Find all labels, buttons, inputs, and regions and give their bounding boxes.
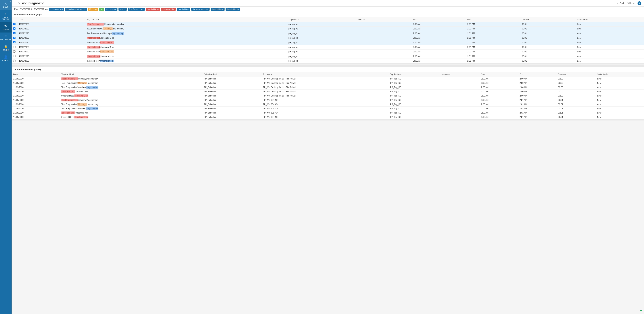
sidebar-item-operations[interactable]: ≡ OPERATIONS [0,32,12,43]
cell-state: Error [596,98,644,102]
table-row[interactable]: 11/09/2020threshold test/threshold 1 kop… [12,45,644,50]
logout-icon: 👤 [4,55,8,59]
filter-tag-3[interactable]: ok [99,8,104,11]
sidebar: ⌂ HOME ↕ SELF SERVICE ✕ 👁 VISION ≡ OPERA… [0,0,12,314]
col-checkbox [12,17,17,22]
filter-tag-0[interactable]: a threshold test [49,8,64,11]
table-row[interactable]: 11/09/2020threshold test/threshold 1 kop… [12,50,644,54]
filter-tag-12[interactable]: threshold u ko [226,8,240,11]
cell-path: threshold test/threshold 1 ko [85,45,287,50]
cell-path: Test Frequencies/Mondays/tag monday [60,85,202,90]
cell-state: Error [596,106,644,111]
filter-tag-1[interactable]: critical equals tolerable [65,8,87,11]
cell-start: 2:00 AM [411,45,466,50]
cell-end: 2:01 AM [466,45,520,50]
heart-icon: ♥ [640,309,642,313]
row-checkbox[interactable] [13,23,16,25]
cell-tag-pattern: PP_Tag_KO [388,111,440,115]
row-checkbox[interactable] [13,46,16,48]
row-checkbox[interactable] [13,41,16,44]
cell-path: Test Frequencies/Mondays/tag monday [60,77,202,81]
cell-date: 11/09/2020 [12,98,60,102]
filter-tag-9[interactable]: threshold tag [177,8,190,11]
cell-path: threshold test/threshold 1 ko [85,50,287,54]
row-checkbox[interactable] [13,28,16,30]
col-sa-job-name: Job Name [261,72,388,77]
col-sa-tag-pattern: Tag Pattern [388,72,440,77]
col-instance: Instance [356,17,411,22]
cell-schedule: PP_Schedule [202,111,261,115]
cell-schedule: PP_Schedule [202,90,261,94]
table-row[interactable]: 11/09/2020threshold test/threshold u kop… [12,59,644,63]
cell-tag-pattern: pp_tag_ko [287,54,356,59]
filter-tag-7[interactable]: threshold 0 ko [146,8,160,11]
close-icon[interactable]: ✕ [10,1,11,2]
row-checkbox[interactable] [13,32,16,34]
row-checkbox[interactable] [13,55,16,57]
cell-state: Error [576,36,644,40]
cell-state: Error [596,81,644,85]
cell-tag-pattern: PP_Tag_KO [388,115,440,119]
sidebar-item-logout[interactable]: 👤 LOGOUT [0,53,12,64]
help-button[interactable]: ? [638,1,641,5]
filter-tag-10[interactable]: threshold tag none [191,8,210,11]
source-anomalies-section: Source Anomalies (Jobs) Date Tag Card Pa… [12,67,644,119]
row-checkbox[interactable] [13,36,16,39]
table-row[interactable]: 11/09/2020threshold test/threshold u kop… [12,54,644,59]
bottom-scrollbar[interactable] [12,119,644,121]
filter-tag-2[interactable]: Mondays [88,8,98,11]
cell-duration: 00:01 [520,40,576,45]
col-sa-duration: Duration [556,72,596,77]
sidebar-item-ocadm-label: OCADM [2,49,9,51]
col-sa-start: Start [480,72,518,77]
table-row[interactable]: 11/09/2020threshold test/threshold 0 koP… [12,111,644,115]
cell-tag-pattern: pp_tag_ko [287,40,356,45]
table-row[interactable]: 11/09/2020Test Frequencies/Mondays/tag m… [12,77,644,81]
cell-duration: 00:01 [520,31,576,36]
cell-date: 11/09/2020 [17,36,85,40]
filter-tag-11[interactable]: threshold test [210,8,224,11]
filter-tag-5[interactable]: test fix [118,8,127,11]
table-row[interactable]: 11/09/2020Test Frequencies/Mondays/tag m… [12,98,644,102]
cell-instance [440,81,480,85]
filter-tag-8[interactable]: threshold 1 ko [161,8,176,11]
table-row[interactable]: 11/09/2020Test Frequencies/Mondays/tag m… [12,26,644,31]
help-label: ? [639,2,640,4]
cell-instance [440,115,480,119]
cell-date: 11/09/2020 [12,81,60,85]
cell-date: 11/09/2020 [12,102,60,106]
cell-state: Error [576,40,644,45]
filter-tag-4[interactable]: tag monday [105,8,118,11]
row-checkbox[interactable] [13,50,16,52]
table-row[interactable]: 11/09/2020Test Frequencies/Mondays/tag m… [12,22,644,26]
filter-tag-6[interactable]: Test Frequencies [128,8,145,11]
cell-start: 2:00 AM [480,98,518,102]
cell-path: threshold test/threshold 0 ko [85,36,287,40]
cell-date: 11/09/2020 [17,22,85,26]
cell-tag-pattern: PP_Tag_KO [388,94,440,98]
cell-duration: 00:00 [556,85,596,90]
cell-state: Error [596,111,644,115]
page-title: Vision Diagnostic [18,2,44,5]
cell-duration: 00:01 [556,98,596,102]
table-row[interactable]: 11/09/2020threshold test/threshold 0 koP… [12,115,644,119]
table-row[interactable]: 11/09/2020Test Frequencies/Mondays tag m… [12,102,644,106]
table-row[interactable]: 11/09/2020threshold test/threshold 0 koP… [12,94,644,98]
sidebar-item-vision[interactable]: ✕ 👁 VISION [0,22,12,32]
table-row[interactable]: 11/09/2020threshold test/threshold 0 kop… [12,36,644,40]
table-row[interactable]: 11/09/2020threshold test/threshold 0 kop… [12,40,644,45]
home-button[interactable]: ⊞ Home [627,2,635,4]
row-checkbox[interactable] [13,60,16,62]
table-row[interactable]: 11/09/2020Test Frequencies/Mondays tag m… [12,81,644,85]
section-scrollbar[interactable] [12,63,644,65]
operations-icon: ≡ [5,34,7,38]
cell-start: 2:00 AM [411,59,466,63]
table-row[interactable]: 11/09/2020Test Frequencies/Mondays/tag m… [12,106,644,111]
table-row[interactable]: 11/09/2020Test Frequencies/Mondays/tag m… [12,31,644,36]
vision-icon: 👁 [4,24,7,28]
back-button[interactable]: ← Back [617,2,624,4]
sidebar-item-ocadm[interactable]: 🔒 OCADM [0,43,12,53]
table-row[interactable]: 11/09/2020Test Frequencies/Mondays/tag m… [12,85,644,90]
sidebar-item-selfservice[interactable]: ↕ SELF SERVICE [0,10,12,22]
table-row[interactable]: 11/09/2020threshold test/threshold 0 koP… [12,90,644,94]
